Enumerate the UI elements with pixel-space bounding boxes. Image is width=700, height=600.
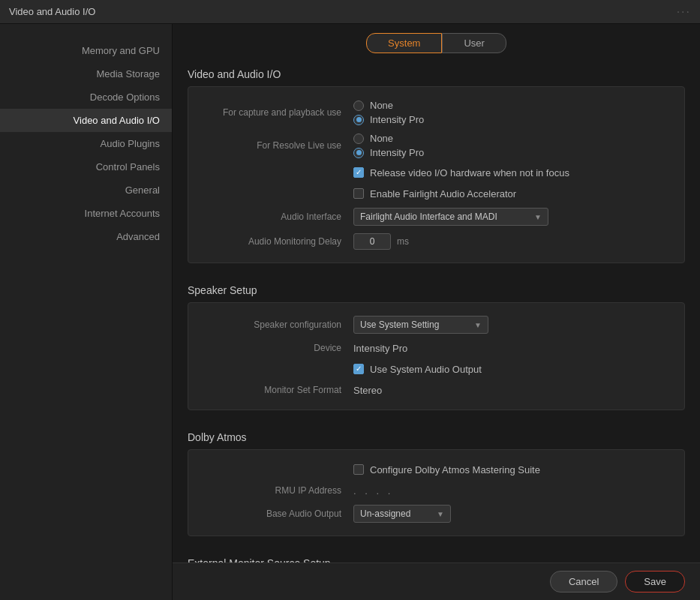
speaker-config-label: Speaker configuration <box>203 320 353 330</box>
live-none-option[interactable]: None <box>353 133 424 144</box>
resolve-live-row: For Resolve Live use None Intensity Pro <box>203 129 669 162</box>
fairlight-control: Enable Fairlight Audio Accelerator <box>353 188 669 200</box>
speaker-device-value: Intensity Pro <box>353 343 407 354</box>
live-intensity-label: Intensity Pro <box>370 147 424 158</box>
chevron-down-icon: ▼ <box>534 213 542 221</box>
dolby-mastering-checkbox-label: Configure Dolby Atmos Mastering Suite <box>370 464 540 476</box>
section-title-external-monitor: External Monitor Source Setup <box>188 548 685 562</box>
capture-none-radio[interactable] <box>353 100 364 111</box>
speaker-device-row: Device Intensity Pro <box>203 338 669 358</box>
live-radio-group: None Intensity Pro <box>353 133 424 158</box>
sidebar-item-control-panels[interactable]: Control Panels <box>0 155 172 178</box>
title-bar: Video and Audio I/O ··· <box>0 0 700 24</box>
system-audio-checkbox[interactable] <box>353 364 364 374</box>
capture-intensity-label: Intensity Pro <box>370 114 424 125</box>
system-audio-row: Use System Audio Output <box>203 358 669 380</box>
monitor-format-row: Monitor Set Format Stereo <box>203 380 669 400</box>
capture-label: For capture and playback use <box>203 107 353 118</box>
chevron-down-icon: ▼ <box>437 510 444 518</box>
speaker-config-control: Use System Setting ▼ <box>353 316 669 334</box>
sidebar-item-general[interactable]: General <box>0 178 172 202</box>
system-audio-control: Use System Audio Output <box>353 364 669 375</box>
sidebar-item-audio-plugins[interactable]: Audio Plugins <box>0 132 172 155</box>
section-video-audio-io: For capture and playback use None Intens… <box>188 86 685 263</box>
capture-none-option[interactable]: None <box>353 100 424 111</box>
sidebar-item-video-audio-io[interactable]: Video and Audio I/O <box>0 109 172 132</box>
sidebar-item-media-storage[interactable]: Media Storage <box>0 62 172 86</box>
rmu-ip-value: . . . . <box>353 485 393 496</box>
live-none-radio[interactable] <box>353 134 364 144</box>
audio-interface-control: Fairlight Audio Interface and MADI ▼ <box>353 208 669 226</box>
dolby-mastering-checkbox-item[interactable]: Configure Dolby Atmos Mastering Suite <box>353 464 540 476</box>
system-audio-checkbox-item[interactable]: Use System Audio Output <box>353 364 482 375</box>
section-title-dolby-atmos: Dolby Atmos <box>188 422 685 449</box>
live-intensity-option[interactable]: Intensity Pro <box>353 147 424 158</box>
more-icon[interactable]: ··· <box>677 5 691 19</box>
monitor-format-value: Stereo <box>353 385 382 396</box>
speaker-device-label: Device <box>203 343 353 353</box>
rmu-ip-control: . . . . <box>353 485 669 496</box>
base-audio-row: Base Audio Output Un-assigned ▼ <box>203 501 669 526</box>
capture-playback-row: For capture and playback use None Intens… <box>203 96 669 129</box>
tab-bar: System User <box>173 24 700 59</box>
tab-user[interactable]: User <box>442 33 506 53</box>
sidebar-item-memory-gpu[interactable]: Memory and GPU <box>0 39 172 62</box>
base-audio-control: Un-assigned ▼ <box>353 505 669 523</box>
cancel-button[interactable]: Cancel <box>550 571 617 592</box>
speaker-config-value: Use System Setting <box>360 320 439 330</box>
release-checkbox-label: Release video I/O hardware when not in f… <box>370 167 569 178</box>
audio-interface-dropdown[interactable]: Fairlight Audio Interface and MADI ▼ <box>353 208 548 226</box>
rmu-ip-label: RMU IP Address <box>203 485 353 496</box>
live-intensity-radio[interactable] <box>353 148 364 158</box>
capture-intensity-radio[interactable] <box>353 115 364 125</box>
capture-control: None Intensity Pro <box>353 100 669 125</box>
dolby-mastering-checkbox[interactable] <box>353 464 364 475</box>
audio-interface-row: Audio Interface Fairlight Audio Interfac… <box>203 204 669 230</box>
base-audio-value: Un-assigned <box>360 508 410 519</box>
main-layout: Memory and GPU Media Storage Decode Opti… <box>0 24 700 600</box>
base-audio-dropdown[interactable]: Un-assigned ▼ <box>353 505 451 523</box>
speaker-config-dropdown[interactable]: Use System Setting ▼ <box>353 316 488 334</box>
section-title-speaker-setup: Speaker Setup <box>188 275 685 302</box>
live-none-label: None <box>370 133 393 144</box>
delay-unit: ms <box>397 236 409 247</box>
window-title: Video and Audio I/O <box>9 6 95 17</box>
capture-intensity-option[interactable]: Intensity Pro <box>353 114 424 125</box>
base-audio-label: Base Audio Output <box>203 508 353 519</box>
monitor-format-control: Stereo <box>353 385 669 396</box>
release-checkbox-item[interactable]: Release video I/O hardware when not in f… <box>353 167 569 178</box>
sidebar: Memory and GPU Media Storage Decode Opti… <box>0 24 173 600</box>
content-area: System User Video and Audio I/O For capt… <box>173 24 700 600</box>
capture-radio-group: None Intensity Pro <box>353 100 424 125</box>
audio-monitoring-delay-input[interactable] <box>353 233 391 250</box>
live-label: For Resolve Live use <box>203 140 353 151</box>
speaker-config-row: Speaker configuration Use System Setting… <box>203 312 669 338</box>
release-checkbox[interactable] <box>353 167 364 178</box>
fairlight-row: Enable Fairlight Audio Accelerator <box>203 183 669 204</box>
chevron-down-icon: ▼ <box>474 321 482 329</box>
dolby-mastering-row: Configure Dolby Atmos Mastering Suite <box>203 459 669 480</box>
release-control: Release video I/O hardware when not in f… <box>353 167 669 178</box>
section-speaker-setup: Speaker configuration Use System Setting… <box>188 302 685 410</box>
save-button[interactable]: Save <box>625 571 685 592</box>
live-control: None Intensity Pro <box>353 133 669 158</box>
bottom-bar: Cancel Save <box>173 562 700 600</box>
fairlight-checkbox-item[interactable]: Enable Fairlight Audio Accelerator <box>353 188 516 200</box>
release-video-row: Release video I/O hardware when not in f… <box>203 162 669 183</box>
section-dolby-atmos: Configure Dolby Atmos Mastering Suite RM… <box>188 449 685 536</box>
scroll-content: Video and Audio I/O For capture and play… <box>173 59 700 562</box>
monitor-format-label: Monitor Set Format <box>203 385 353 395</box>
tab-system[interactable]: System <box>366 33 442 53</box>
dolby-mastering-control: Configure Dolby Atmos Mastering Suite <box>353 464 669 476</box>
speaker-device-control: Intensity Pro <box>353 343 669 354</box>
audio-interface-label: Audio Interface <box>203 212 353 222</box>
audio-monitoring-delay-row: Audio Monitoring Delay ms <box>203 230 669 254</box>
audio-monitoring-delay-control: ms <box>353 233 669 250</box>
sidebar-item-internet-accounts[interactable]: Internet Accounts <box>0 202 172 225</box>
fairlight-checkbox[interactable] <box>353 188 364 199</box>
system-audio-checkbox-label: Use System Audio Output <box>370 364 482 375</box>
sidebar-item-advanced[interactable]: Advanced <box>0 225 172 248</box>
fairlight-checkbox-label: Enable Fairlight Audio Accelerator <box>370 188 516 200</box>
sidebar-item-decode-options[interactable]: Decode Options <box>0 86 172 109</box>
audio-interface-value: Fairlight Audio Interface and MADI <box>360 212 497 222</box>
